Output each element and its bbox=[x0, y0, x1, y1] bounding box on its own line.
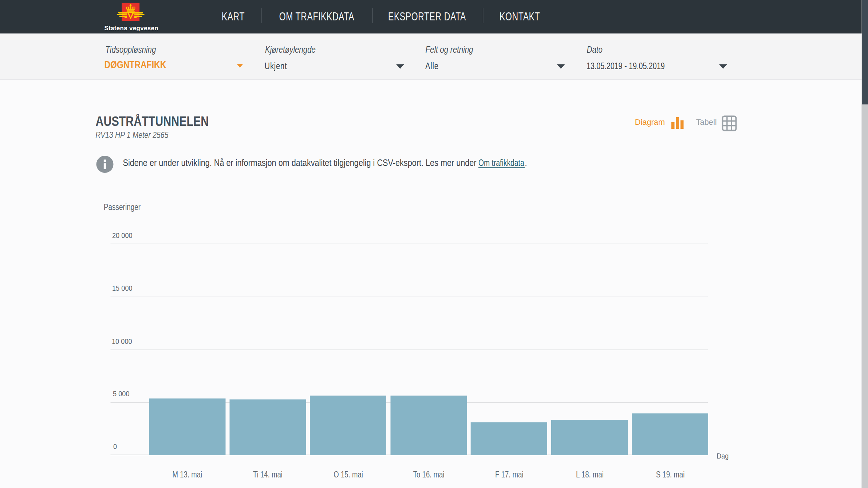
svg-text:Statens vegvesen: Statens vegvesen bbox=[104, 25, 158, 32]
svg-text:Passeringer: Passeringer bbox=[104, 202, 141, 212]
svg-text:RV13 HP 1 Meter 2565: RV13 HP 1 Meter 2565 bbox=[95, 130, 169, 140]
svg-text:Tidsoppløsning: Tidsoppløsning bbox=[106, 44, 156, 55]
svg-text:S 19. mai: S 19. mai bbox=[656, 469, 685, 479]
svg-text:OM TRAFIKKDATA: OM TRAFIKKDATA bbox=[279, 10, 354, 23]
svg-text:.: . bbox=[525, 157, 527, 168]
svg-text:Dag: Dag bbox=[717, 452, 729, 460]
svg-text:To 16. mai: To 16. mai bbox=[413, 469, 445, 479]
svg-text:15 000: 15 000 bbox=[112, 284, 133, 292]
svg-text:O 15. mai: O 15. mai bbox=[334, 469, 363, 479]
svg-text:13.05.2019 - 19.05.2019: 13.05.2019 - 19.05.2019 bbox=[587, 60, 665, 71]
svg-text:KART: KART bbox=[222, 10, 245, 23]
svg-text:F 17. mai: F 17. mai bbox=[495, 469, 523, 479]
svg-text:Kjøretøylengde: Kjøretøylengde bbox=[265, 44, 316, 55]
svg-text:20 000: 20 000 bbox=[112, 231, 133, 239]
svg-text:Tabell: Tabell bbox=[696, 118, 717, 127]
svg-text:Ukjent: Ukjent bbox=[265, 61, 287, 71]
svg-text:KONTAKT: KONTAKT bbox=[500, 10, 540, 23]
svg-text:Sidene er under utvikling. Nå: Sidene er under utvikling. Nå er informa… bbox=[123, 157, 477, 168]
svg-text:10 000: 10 000 bbox=[112, 337, 132, 345]
svg-text:Om trafikkdata: Om trafikkdata bbox=[478, 157, 524, 168]
svg-text:DØGNTRAFIKK: DØGNTRAFIKK bbox=[104, 59, 166, 70]
svg-text:EKSPORTER DATA: EKSPORTER DATA bbox=[388, 10, 466, 23]
svg-text:Alle: Alle bbox=[425, 61, 439, 71]
svg-text:L 18. mai: L 18. mai bbox=[576, 469, 604, 479]
svg-text:Dato: Dato bbox=[587, 44, 603, 55]
svg-text:AUSTRÅTTUNNELEN: AUSTRÅTTUNNELEN bbox=[96, 114, 209, 128]
svg-text:M 13. mai: M 13. mai bbox=[173, 469, 202, 479]
svg-text:Ti 14. mai: Ti 14. mai bbox=[253, 469, 283, 479]
svg-text:0: 0 bbox=[113, 443, 117, 451]
svg-text:Diagram: Diagram bbox=[635, 118, 665, 127]
svg-text:Felt og retning: Felt og retning bbox=[426, 44, 474, 55]
svg-text:5 000: 5 000 bbox=[113, 390, 130, 398]
